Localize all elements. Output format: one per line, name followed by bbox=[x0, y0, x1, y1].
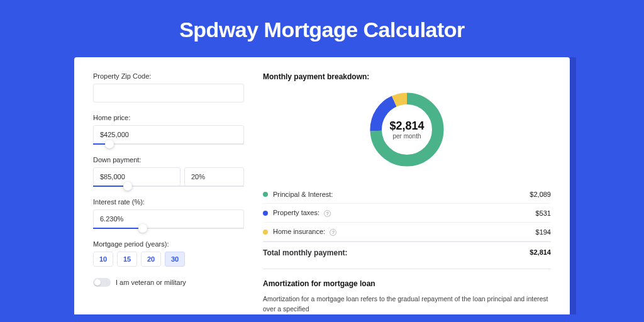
rate-slider[interactable] bbox=[93, 228, 244, 229]
dot-icon bbox=[263, 192, 268, 197]
price-slider-thumb[interactable] bbox=[105, 140, 114, 148]
rate-input[interactable] bbox=[93, 209, 244, 228]
down-amount-input[interactable] bbox=[93, 167, 180, 186]
down-field: Down payment: bbox=[93, 156, 244, 187]
down-slider-thumb[interactable] bbox=[123, 182, 132, 191]
total-value: $2,814 bbox=[530, 248, 551, 257]
donut-center: $2,814 per month bbox=[366, 89, 448, 170]
form-column: Property Zip Code: Home price: Down paym… bbox=[93, 72, 244, 314]
down-label: Down payment: bbox=[93, 156, 244, 164]
period-btn-30[interactable]: 30 bbox=[165, 252, 185, 267]
veteran-label: I am veteran or military bbox=[116, 279, 186, 286]
down-percent-input[interactable] bbox=[184, 167, 244, 186]
amortization-title: Amortization for mortgage loan bbox=[263, 279, 551, 288]
period-btn-15[interactable]: 15 bbox=[117, 252, 137, 267]
period-options: 10 15 20 30 bbox=[93, 252, 244, 267]
info-icon[interactable]: ? bbox=[330, 229, 336, 236]
page-title: Spdway Mortgage Calculator bbox=[0, 0, 644, 57]
legend-label-text: Property taxes: bbox=[273, 209, 319, 216]
donut-value: $2,814 bbox=[389, 119, 424, 133]
price-slider[interactable] bbox=[93, 143, 244, 145]
period-btn-20[interactable]: 20 bbox=[141, 252, 161, 267]
zip-input[interactable] bbox=[93, 84, 244, 103]
dot-icon bbox=[263, 211, 268, 216]
zip-field: Property Zip Code: bbox=[93, 72, 244, 103]
down-slider[interactable] bbox=[93, 186, 244, 187]
breakdown-title: Monthly payment breakdown: bbox=[263, 72, 551, 81]
zip-label: Property Zip Code: bbox=[93, 72, 244, 80]
donut-wrap: $2,814 per month bbox=[263, 89, 551, 170]
legend-row-insurance: Home insurance: ? $194 bbox=[263, 223, 551, 242]
price-input[interactable] bbox=[93, 125, 244, 144]
legend-label: Property taxes: ? bbox=[273, 209, 536, 217]
price-slider-fill bbox=[93, 143, 105, 145]
amortization-text: Amortization for a mortgage loan refers … bbox=[263, 294, 551, 314]
legend-row-taxes: Property taxes: ? $531 bbox=[263, 204, 551, 223]
legend-value: $531 bbox=[536, 209, 551, 217]
info-icon[interactable]: ? bbox=[324, 210, 331, 217]
legend-label: Home insurance: ? bbox=[273, 228, 536, 236]
total-label: Total monthly payment: bbox=[263, 248, 530, 257]
rate-slider-thumb[interactable] bbox=[138, 224, 147, 233]
rate-field: Interest rate (%): bbox=[93, 198, 244, 229]
veteran-toggle[interactable] bbox=[93, 278, 111, 287]
rate-slider-fill bbox=[93, 228, 138, 229]
period-btn-10[interactable]: 10 bbox=[93, 252, 113, 267]
dot-icon bbox=[263, 230, 268, 235]
total-row: Total monthly payment: $2,814 bbox=[263, 242, 551, 269]
amortization-section: Amortization for mortgage loan Amortizat… bbox=[263, 269, 551, 314]
down-slider-fill bbox=[93, 186, 123, 187]
legend-row-principal: Principal & Interest: $2,089 bbox=[263, 186, 551, 204]
payment-donut-chart: $2,814 per month bbox=[366, 89, 448, 170]
price-field: Home price: bbox=[93, 114, 244, 145]
period-label: Mortgage period (years): bbox=[93, 240, 244, 248]
period-field: Mortgage period (years): 10 15 20 30 bbox=[93, 240, 244, 267]
legend-value: $194 bbox=[536, 228, 551, 236]
price-label: Home price: bbox=[93, 114, 244, 121]
legend-value: $2,089 bbox=[530, 191, 551, 198]
legend-label-text: Home insurance: bbox=[273, 228, 325, 235]
results-column: Monthly payment breakdown: $2,814 per mo… bbox=[263, 72, 551, 314]
rate-label: Interest rate (%): bbox=[93, 198, 244, 206]
calculator-card: Property Zip Code: Home price: Down paym… bbox=[74, 57, 570, 314]
donut-sub: per month bbox=[392, 133, 421, 140]
legend-label: Principal & Interest: bbox=[273, 191, 530, 198]
card-wrapper: Property Zip Code: Home price: Down paym… bbox=[0, 57, 644, 314]
veteran-row: I am veteran or military bbox=[93, 278, 244, 287]
